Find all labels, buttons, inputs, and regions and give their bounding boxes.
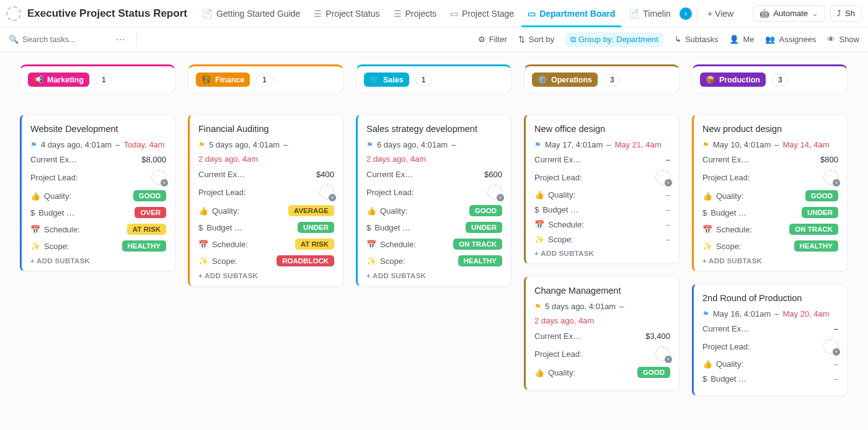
start-date: 4 days ago, 4:01am [41, 140, 112, 149]
column-header[interactable]: 💱Finance1 [188, 64, 343, 94]
tab-icon: 📄 [629, 9, 639, 19]
task-card[interactable]: New office design⚑May 17, 4:01am – May 2… [524, 115, 680, 264]
expense-value: $600 [484, 170, 502, 179]
tab-getting-started-guide[interactable]: 📄Getting Started Guide [196, 0, 306, 27]
view-tabs: 📄Getting Started Guide☰Project Status☰Pr… [196, 0, 677, 27]
eye-icon: 👁 [827, 35, 835, 44]
tab-projects[interactable]: ☰Projects [388, 0, 443, 27]
sort-button[interactable]: ⇅Sort by [518, 35, 554, 44]
assign-lead-button[interactable] [823, 170, 838, 185]
add-subtask-button[interactable]: + ADD SUBTASK [198, 272, 334, 279]
status-badge: AT RISK [295, 239, 334, 250]
expense-label: Current Ex… [30, 155, 77, 164]
calendar-icon: 📅 [30, 225, 40, 234]
expense-row: Current Ex…– [702, 324, 838, 333]
assign-lead-button[interactable] [319, 185, 334, 200]
thumb-icon: 👍 [366, 206, 376, 216]
scope-row: ✨ Scope:ROADBLOCK [198, 255, 334, 266]
add-subtask-button[interactable]: + ADD SUBTASK [534, 250, 670, 257]
expense-value: – [666, 155, 670, 164]
task-card[interactable]: Change Management⚑5 days ago, 4:01am –2 … [524, 276, 680, 390]
column-chip: ⚙️Operations [532, 72, 598, 87]
flag-icon: ⚑ [30, 141, 37, 149]
card-title: Financial Auditing [198, 124, 334, 134]
add-subtask-button[interactable]: + ADD SUBTASK [366, 272, 502, 279]
task-card[interactable]: Financial Auditing⚑5 days ago, 4:01am –2… [188, 115, 343, 286]
assign-lead-button[interactable] [487, 185, 502, 200]
column-header[interactable]: ⚙️Operations3 [524, 64, 680, 94]
task-card[interactable]: Sales strategy development⚑6 days ago, 4… [356, 115, 512, 286]
share-button[interactable]: ⤴Sh [830, 5, 862, 22]
tab-icon: ☰ [314, 9, 322, 19]
column-header[interactable]: 📢Marketing1 [20, 64, 175, 94]
calendar-icon: 📅 [366, 240, 376, 249]
group-by-button[interactable]: ⧉Group by: Department [565, 32, 663, 47]
column-emoji-icon: ⚙️ [538, 75, 547, 84]
budget-row: $ Budget …UNDER [366, 222, 502, 233]
tab-department-board[interactable]: ▭Department Board [521, 0, 621, 27]
automate-button[interactable]: 🤖Automate⌄ [753, 5, 825, 22]
tab-project-status[interactable]: ☰Project Status [308, 0, 386, 27]
board: 📢Marketing1Website Development⚑4 days ag… [0, 52, 868, 421]
card-title: Website Development [30, 124, 166, 134]
start-date: May 17, 4:01am [545, 140, 603, 149]
flag-icon: ⚑ [702, 310, 709, 318]
card-title: Sales strategy development [366, 124, 502, 134]
start-date: 5 days ago, 4:01am [209, 140, 280, 149]
status-badge: GOOD [637, 367, 670, 378]
date-row: ⚑May 10, 4:01am – May 14, 4am [702, 140, 838, 149]
add-subtask-button[interactable]: + ADD SUBTASK [30, 257, 166, 265]
expense-value: $3,400 [645, 331, 670, 341]
tab-project-stage[interactable]: ▭Project Stage [444, 0, 520, 27]
add-view-button[interactable]: +View [702, 9, 738, 19]
group-icon: ⧉ [570, 35, 576, 45]
overdue-date: 2 days ago, 4am [366, 154, 502, 164]
status-badge: UNDER [802, 207, 838, 218]
assignees-button[interactable]: 👥Assignees [765, 35, 816, 44]
search-box[interactable]: 🔍 [9, 35, 108, 44]
expense-label: Current Ex… [702, 324, 749, 333]
date-row: ⚑May 16, 4:01am – May 20, 4am [702, 309, 838, 318]
tab-icon: ▭ [528, 9, 536, 19]
status-badge: GOOD [133, 190, 166, 201]
tab-timelin[interactable]: 📄Timelin [622, 0, 677, 27]
status-badge: UNDER [466, 222, 502, 233]
status-badge: HEALTHY [122, 240, 166, 252]
filter-icon: ⚙ [478, 35, 485, 44]
more-options-icon[interactable]: ⋯ [115, 33, 126, 45]
budget-row: $ Budget …– [702, 374, 838, 384]
subtasks-button[interactable]: ↳Subtasks [675, 35, 718, 44]
schedule-row: 📅 Schedule:AT RISK [30, 224, 166, 235]
column-chip: 📦Production [700, 72, 766, 87]
assign-lead-button[interactable] [823, 339, 838, 354]
filter-button[interactable]: ⚙Filter [478, 35, 507, 44]
column-emoji-icon: 💱 [202, 75, 211, 84]
column-header[interactable]: 🛒Sales1 [356, 64, 512, 94]
search-input[interactable] [22, 35, 97, 44]
due-date: May 14, 4am [782, 140, 829, 149]
task-card[interactable]: Website Development⚑4 days ago, 4:01am –… [20, 115, 175, 271]
task-card[interactable]: New product design⚑May 10, 4:01am – May … [692, 115, 848, 271]
calendar-icon: 📅 [534, 220, 544, 229]
me-button[interactable]: 👤Me [729, 35, 754, 44]
lead-label: Project Lead: [30, 173, 78, 182]
add-subtask-button[interactable]: + ADD SUBTASK [702, 257, 838, 265]
lead-label: Project Lead: [534, 349, 582, 359]
tab-label: Project Status [326, 9, 379, 19]
task-card[interactable]: 2nd Round of Production⚑May 16, 4:01am –… [692, 284, 848, 396]
more-views-icon[interactable]: › [680, 7, 692, 20]
expense-value: $8,000 [141, 155, 166, 164]
quality-row: 👍 Quality:– [534, 190, 670, 200]
assign-lead-button[interactable] [655, 346, 670, 361]
start-date: May 10, 4:01am [713, 140, 771, 149]
tab-icon: ☰ [394, 9, 402, 19]
divider [697, 7, 698, 20]
column-header[interactable]: 📦Production3 [692, 64, 848, 94]
lead-row: Project Lead: [534, 170, 670, 185]
show-button[interactable]: 👁Show [827, 35, 859, 44]
schedule-row: 📅 Schedule:ON TRACK [702, 224, 838, 235]
assign-lead-button[interactable] [655, 170, 670, 185]
assign-lead-button[interactable] [151, 170, 166, 185]
card-title: New product design [702, 124, 838, 134]
scope-icon: ✨ [366, 257, 376, 266]
